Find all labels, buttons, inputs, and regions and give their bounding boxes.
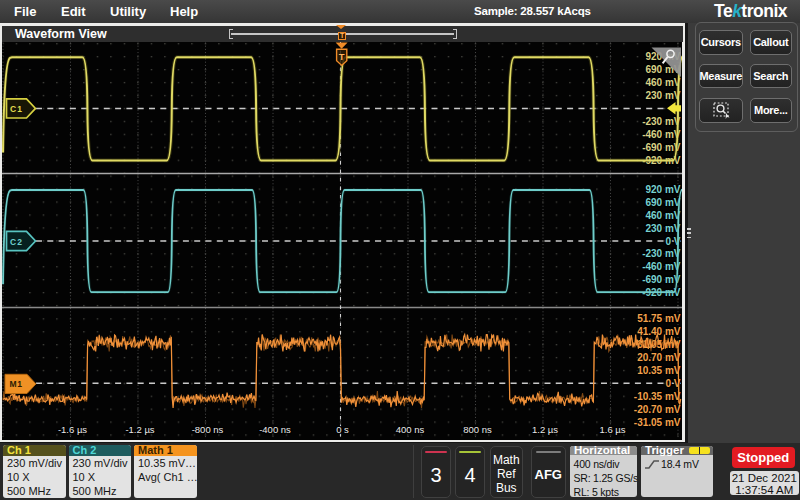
svg-text:230 mV: 230 mV — [645, 90, 680, 101]
svg-text:41.40 mV: 41.40 mV — [637, 326, 681, 337]
svg-text:T: T — [339, 51, 345, 62]
svg-text:M1: M1 — [10, 379, 23, 389]
svg-text:-1.6 µs: -1.6 µs — [58, 424, 87, 435]
svg-text:C1: C1 — [10, 104, 23, 114]
svg-text:-230 mV: -230 mV — [642, 116, 681, 127]
svg-text:-800 ns: -800 ns — [192, 424, 224, 435]
svg-text:20.70 mV: 20.70 mV — [637, 352, 681, 363]
svg-text:230 mV: 230 mV — [645, 223, 680, 234]
svg-text:-1.2 µs: -1.2 µs — [125, 424, 154, 435]
svg-text:-460 mV: -460 mV — [642, 129, 681, 140]
svg-text:920 mV: 920 mV — [645, 184, 680, 195]
svg-text:800 ns: 800 ns — [463, 424, 492, 435]
svg-text:51.75 mV: 51.75 mV — [637, 313, 681, 324]
svg-text:-400 ns: -400 ns — [259, 424, 291, 435]
svg-text:1.2 µs: 1.2 µs — [532, 424, 558, 435]
svg-text:-460 mV: -460 mV — [642, 261, 681, 272]
svg-text:-31.05 mV: -31.05 mV — [634, 417, 681, 428]
svg-text:0 s: 0 s — [336, 424, 349, 435]
svg-text:690 mV: 690 mV — [645, 197, 680, 208]
svg-text:-10.35 mV: -10.35 mV — [634, 391, 681, 402]
svg-text:1.6 µs: 1.6 µs — [599, 424, 625, 435]
svg-text:460 mV: 460 mV — [645, 77, 680, 88]
svg-text:10.35 mV: 10.35 mV — [637, 365, 681, 376]
svg-text:460 mV: 460 mV — [645, 210, 680, 221]
svg-text:400 ns: 400 ns — [396, 424, 425, 435]
svg-text:-20.70 mV: -20.70 mV — [634, 404, 681, 415]
svg-text:-230 mV: -230 mV — [642, 248, 681, 259]
svg-text:C2: C2 — [10, 237, 23, 247]
